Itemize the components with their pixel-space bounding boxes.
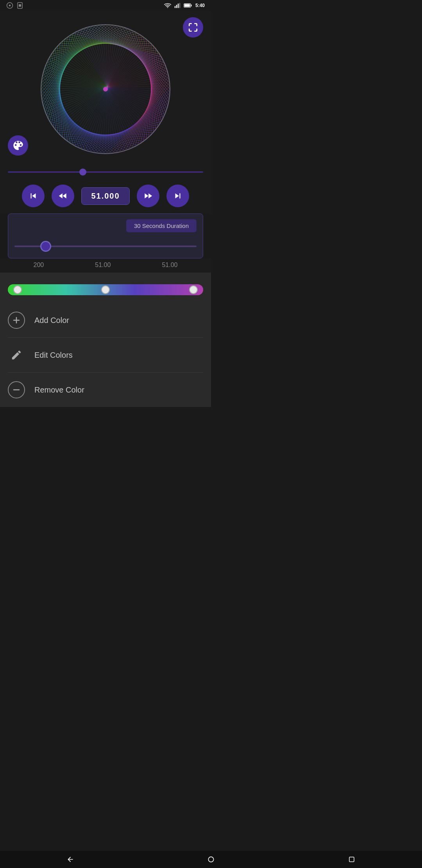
svg-rect-6 [176, 5, 177, 8]
pencil-icon [11, 349, 22, 361]
svg-rect-7 [178, 4, 179, 8]
remove-color-label: Remove Color [34, 386, 84, 395]
main-slider-section [0, 163, 211, 178]
palette-icon [13, 140, 23, 151]
add-color-label: Add Color [34, 316, 69, 325]
status-left [6, 2, 23, 9]
skip-back-icon [28, 191, 38, 201]
palette-button[interactable] [8, 135, 28, 156]
battery-icon [184, 3, 192, 8]
bottom-panel: Add Color Edit Colors Remove Color [0, 273, 211, 407]
status-bar: 5:40 [0, 0, 211, 11]
time-value-display: 51.000 [81, 187, 129, 205]
gradient-bar-container [8, 280, 203, 303]
viz-area [0, 11, 211, 163]
svg-rect-11 [184, 4, 190, 7]
gradient-bar[interactable] [8, 284, 203, 295]
add-color-icon-circle [8, 312, 25, 329]
add-color-item[interactable]: Add Color [8, 303, 203, 338]
svg-rect-5 [175, 6, 175, 8]
status-right: 5:40 [164, 3, 205, 8]
signal-bars-icon [174, 3, 181, 8]
skip-back-button[interactable] [22, 185, 45, 207]
duration-slider-container [14, 240, 197, 250]
fast-forward-icon [143, 191, 153, 201]
gradient-handle-right[interactable] [189, 285, 198, 294]
skip-forward-button[interactable] [166, 185, 189, 207]
expand-button[interactable] [183, 17, 203, 38]
spirograph-canvas [35, 19, 176, 160]
svg-rect-8 [179, 3, 180, 8]
values-row: 200 51.00 51.00 [0, 258, 211, 273]
svg-rect-3 [19, 4, 21, 7]
signal-icon [6, 2, 13, 9]
wifi-icon [164, 3, 171, 8]
time-display: 5:40 [195, 3, 205, 8]
edit-colors-item[interactable]: Edit Colors [8, 338, 203, 373]
value-left: 200 [34, 262, 44, 269]
rewind-button[interactable] [52, 185, 74, 207]
svg-point-4 [167, 7, 168, 8]
svg-rect-10 [191, 5, 191, 7]
playback-controls: 51.000 [0, 178, 211, 213]
sim-icon [16, 2, 23, 9]
skip-forward-icon [173, 191, 183, 201]
remove-color-item[interactable]: Remove Color [8, 373, 203, 407]
gradient-handle-center[interactable] [101, 285, 110, 294]
main-slider[interactable] [8, 171, 203, 173]
svg-point-1 [9, 5, 11, 7]
plus-icon [12, 316, 21, 325]
duration-label: 30 Seconds Duration [126, 219, 197, 232]
value-right: 51.00 [162, 262, 177, 269]
gradient-handle-left[interactable] [13, 285, 22, 294]
edit-colors-icon-circle [8, 346, 25, 364]
value-center: 51.00 [95, 262, 111, 269]
duration-slider[interactable] [14, 246, 197, 247]
expand-icon [188, 22, 198, 32]
fast-forward-button[interactable] [137, 185, 159, 207]
rewind-icon [58, 191, 68, 201]
duration-box: 30 Seconds Duration [8, 213, 203, 258]
edit-colors-label: Edit Colors [34, 351, 73, 360]
minus-icon [12, 385, 21, 395]
remove-color-icon-circle [8, 381, 25, 398]
